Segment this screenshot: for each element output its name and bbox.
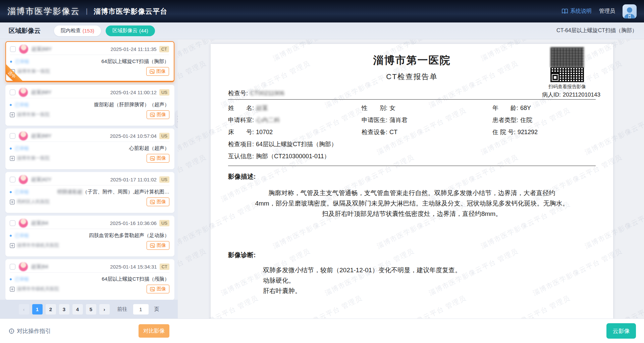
- card-checkbox[interactable]: [10, 220, 15, 226]
- hospital-name: 淄博市第一医院: [17, 68, 50, 74]
- hospital-name: 淄博市第一医院: [17, 112, 50, 118]
- inpatient-no-value: 921292: [518, 129, 538, 135]
- exam-card[interactable]: 赵某|42Y 2025-01-17 11:01:02 US 已审核 经阴道彩超（…: [5, 172, 174, 213]
- divider-line: [228, 99, 596, 100]
- exam-no-value: CT00211906: [250, 90, 284, 97]
- card-checkbox[interactable]: [10, 46, 16, 52]
- hospital-plus-icon: [10, 112, 15, 117]
- image-icon: [150, 113, 155, 117]
- platform-title: 淄博市医学影像云平台: [94, 7, 167, 16]
- cloud-image-button[interactable]: 云影像: [606, 323, 636, 339]
- exam-time: 2025-01-24 10:57:04: [110, 133, 157, 139]
- exam-context-label: CT-64层以上螺旋CT扫描（胸部）: [556, 27, 637, 34]
- next-page-button[interactable]: ›: [99, 304, 110, 315]
- exam-no-label: 检查号:: [228, 90, 248, 97]
- brand-divider: |: [86, 7, 88, 15]
- admin-label: 管理员: [599, 8, 615, 15]
- pagination: ‹ 1 2 3 4 5 › 前往 页: [0, 300, 178, 319]
- report-viewer: 淄博市第一医院 CT检查报告单 扫码查看报告影像 病人ID:2021120101…: [178, 40, 644, 319]
- req-doctor-label: 申请医生:: [362, 117, 387, 123]
- compare-images-button[interactable]: 对比影像: [139, 324, 169, 338]
- patient-name: 赵某|42Y: [31, 176, 52, 183]
- status-dot: [10, 191, 12, 193]
- compare-guide-link[interactable]: 对比操作指引: [9, 327, 51, 335]
- person-icon: [623, 5, 637, 18]
- patient-info-grid: 姓 名:赵某 性 别:女 年 龄:68Y 申请科室:心内二科 申请医生:蒲肖君 …: [228, 104, 596, 160]
- image-icon: [150, 243, 155, 248]
- patient-avatar: [19, 131, 28, 140]
- diagnosis-label: 影像诊断:: [228, 251, 596, 260]
- card-checkbox[interactable]: [10, 264, 15, 270]
- page-button[interactable]: 5: [86, 304, 96, 315]
- prev-page-button[interactable]: ‹: [19, 304, 29, 315]
- exam-name: 心脏彩超（超声）: [129, 145, 169, 152]
- exam-time: 2025-01-17 11:01:02: [110, 177, 157, 182]
- exam-card[interactable]: 赵某|68Y 2025-01-24 10:57:04 US 已审核 心脏彩超（超…: [5, 128, 174, 169]
- bottom-bar: 对比操作指引 对比影像 云影像: [0, 319, 644, 343]
- name-value: 赵某: [256, 105, 268, 111]
- tab-hospital-count: (153): [83, 28, 94, 34]
- patient-name: 赵某|68Y: [32, 46, 52, 52]
- device-value: CT: [389, 129, 397, 135]
- image-icon: [150, 200, 155, 204]
- image-icon: [150, 69, 155, 74]
- view-image-button[interactable]: 图像: [147, 241, 169, 250]
- name-label: 姓 名:: [228, 105, 254, 111]
- bed-value: 10702: [256, 129, 273, 135]
- exam-name: 经阴道彩超（子宫、附件、周围）,超声计算机图…: [57, 189, 169, 195]
- status-label: 已审核: [15, 59, 29, 65]
- status-label: 已审核: [15, 189, 29, 195]
- exam-name: 64层以上螺旋CT扫描（胸部）: [101, 58, 169, 65]
- view-image-button[interactable]: 图像: [146, 67, 169, 76]
- divider-line: [228, 166, 596, 166]
- card-checkbox[interactable]: [10, 177, 15, 182]
- exam-sidebar: 赵某|68Y 2025-01-24 11:11:35 CT 已审核 64层以上螺…: [0, 40, 178, 319]
- system-help-link[interactable]: 系统说明: [562, 8, 592, 15]
- exam-card[interactable]: 赵某|64 2025-01-16 10:36:06 US 已审核 四肢血管彩色多…: [5, 216, 174, 256]
- exam-card[interactable]: 赵某|68Y 2025-01-24 11:00:12 US 已审核 腹部彩超（肝…: [5, 85, 174, 126]
- status-dot: [10, 61, 12, 63]
- card-checkbox[interactable]: [10, 133, 15, 139]
- patient-name: 赵某|64: [31, 220, 48, 226]
- patient-avatar: [19, 175, 28, 184]
- findings-text: 胸廓对称，气管及主支气管通畅，支气管血管束走行自然。双肺见多发微小结节，边界清，…: [228, 188, 596, 219]
- book-icon: [562, 9, 568, 14]
- report-title: CT检查报告单: [228, 72, 596, 82]
- age-label: 年 龄:: [492, 105, 518, 111]
- view-image-button[interactable]: 图像: [147, 110, 169, 119]
- card-checkbox[interactable]: [10, 90, 15, 95]
- hospital-plus-icon: [10, 243, 15, 248]
- tab-hospital-exams[interactable]: 院内检查 (153): [54, 25, 101, 36]
- exam-item-label: 检查项目:: [228, 141, 254, 148]
- page-button[interactable]: 1: [32, 304, 43, 315]
- status-dot: [10, 235, 12, 237]
- patient-name: 赵某|68Y: [31, 133, 52, 139]
- page-button[interactable]: 4: [72, 304, 83, 315]
- page-button[interactable]: 3: [59, 304, 69, 315]
- modality-badge: US: [159, 133, 169, 139]
- tab-region-count: (44): [139, 28, 148, 34]
- exam-card-list: 赵某|68Y 2025-01-24 11:11:35 CT 已审核 64层以上螺…: [0, 40, 178, 300]
- view-image-button[interactable]: 图像: [147, 154, 169, 163]
- dept-value: 心内二科: [256, 117, 280, 123]
- tab-hospital-label: 院内检查: [61, 27, 81, 34]
- modality-badge: US: [159, 220, 169, 226]
- report-hospital-name: 淄博市第一医院: [228, 53, 596, 67]
- exam-item-value: 64层以上螺旋CT扫描（胸部）: [256, 141, 337, 148]
- hospital-name: 淄博市市级机关医院: [17, 286, 59, 292]
- exam-time: 2025-01-24 11:11:35: [111, 46, 157, 52]
- hospital-name: 淄博市市级机关医院: [17, 242, 59, 248]
- qr-caption: 扫码查看报告影像: [542, 84, 592, 90]
- dept-label: 申请科室:: [228, 117, 254, 123]
- page-button[interactable]: 2: [46, 304, 56, 315]
- tab-region-cloud[interactable]: 区域影像云 (44): [106, 25, 155, 36]
- view-image-button[interactable]: 图像: [147, 285, 169, 293]
- patient-avatar: [19, 219, 28, 228]
- exam-card[interactable]: 赵某|64 2025-01-14 15:34:31 CT 已审核 64层以上螺旋…: [5, 259, 174, 300]
- exam-time: 2025-01-24 11:00:12: [110, 90, 157, 95]
- system-help-label: 系统说明: [570, 8, 592, 15]
- user-avatar[interactable]: [623, 4, 637, 18]
- goto-page-input[interactable]: [133, 304, 149, 315]
- view-image-button[interactable]: 图像: [147, 197, 169, 206]
- exam-card[interactable]: 赵某|68Y 2025-01-24 11:11:35 CT 已审核 64层以上螺…: [5, 41, 174, 82]
